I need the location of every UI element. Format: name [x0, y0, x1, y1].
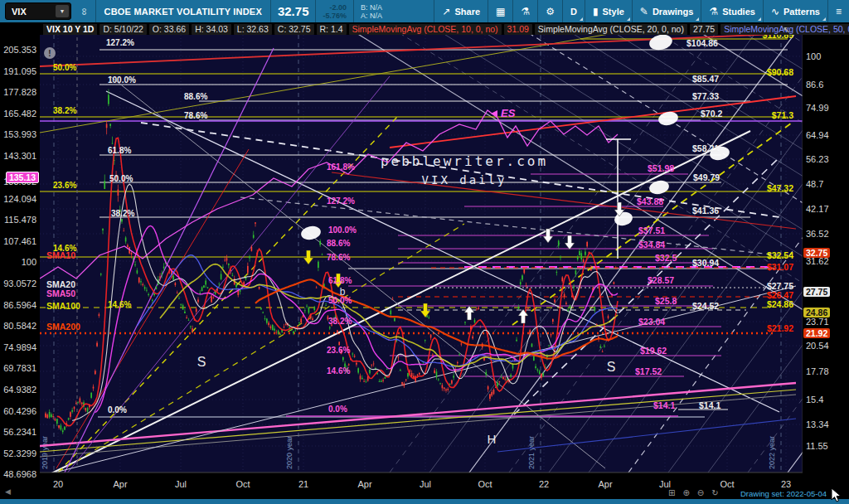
price-level-label[interactable]: $49.79	[693, 172, 720, 182]
price-level-label[interactable]: $14.1	[699, 400, 720, 410]
price-level-label[interactable]: $21.92	[767, 323, 793, 333]
price-level-label[interactable]: $26.47	[767, 290, 793, 300]
fib-label[interactable]: 14.6%	[327, 366, 350, 376]
fib-label[interactable]: 61.8%	[108, 146, 131, 155]
fib-label[interactable]: 88.6%	[327, 239, 350, 248]
candle	[272, 325, 274, 330]
drawing-set-selector[interactable]: Drawing set: 2022-05-04	[740, 489, 827, 498]
zoom-out-icon[interactable]: ⊖	[697, 488, 704, 497]
axis-price-bubble[interactable]: 32.75	[803, 248, 830, 258]
pan-icon[interactable]: ⊞	[668, 488, 675, 497]
quick-study-button[interactable]: ⚗	[513, 0, 537, 22]
price-level-label[interactable]: $32.54	[767, 250, 793, 260]
symbol-input[interactable]: VIX	[6, 7, 56, 17]
patterns-button[interactable]: ∿ Patterns	[764, 0, 827, 22]
price-level-label[interactable]: $51.98	[648, 163, 674, 173]
symbol-combo[interactable]: VIX ▼	[5, 2, 71, 20]
candle	[586, 242, 588, 246]
fib-label[interactable]: 161.8%	[327, 162, 355, 172]
price-level-label[interactable]: $31.07	[767, 262, 793, 272]
menu-button[interactable]: ≡	[828, 0, 849, 22]
price-level-label[interactable]: $24.52	[692, 301, 719, 311]
chart-canvas[interactable]: 2019 year2020 year2021 year2022 yearpebb…	[0, 0, 849, 504]
wave-letter[interactable]: H	[488, 432, 497, 446]
wave-letter[interactable]: S	[607, 360, 616, 374]
fib-label[interactable]: 38.2%	[328, 317, 352, 326]
price-level-label[interactable]: $41.36	[692, 206, 719, 216]
candle	[369, 370, 371, 373]
alert-price-bubble[interactable]: 135.13	[6, 172, 39, 183]
price-level-label[interactable]: $58.21	[692, 143, 719, 153]
fib-label[interactable]: 23.6%	[53, 181, 76, 190]
chart-settings-button[interactable]: ⚙	[538, 0, 562, 22]
candle	[213, 298, 215, 298]
price-level-label[interactable]: $23.04	[638, 317, 665, 327]
price-level-label[interactable]: $32.5	[655, 253, 677, 263]
price-level-label[interactable]: $47.32	[767, 183, 793, 193]
crosshair-style-icon[interactable]: ↖	[783, 25, 790, 36]
axis-price-bubble[interactable]: 21.92	[803, 328, 830, 338]
flask-icon: ⚗	[521, 6, 530, 17]
right-price-axis[interactable]: 10086.674.9964.9456.2348.742.1736.5231.6…	[803, 22, 849, 489]
fib-label[interactable]: 61.8%	[328, 276, 352, 285]
price-level-label[interactable]: $71.3	[772, 110, 793, 120]
symbol-combo-caret-icon[interactable]: ▼	[56, 5, 69, 17]
axis-price-bubble[interactable]: 24.86	[803, 308, 830, 317]
fib-label[interactable]: 100.0%	[328, 225, 357, 235]
fib-label[interactable]: 127.2%	[327, 196, 355, 206]
price-level-label[interactable]: $28.57	[648, 275, 674, 285]
wave-letter[interactable]: S	[197, 355, 206, 369]
studies-button[interactable]: ⚗ Studies	[701, 0, 763, 22]
scroll-left-arrow[interactable]: ◀	[5, 487, 11, 496]
price-level-label[interactable]: $25.8	[655, 296, 677, 306]
drawings-button[interactable]: ✎ Drawings	[633, 0, 701, 22]
candle	[505, 379, 507, 380]
axis-price-bubble[interactable]: 27.75	[803, 287, 830, 297]
fib-label[interactable]: 14.6%	[108, 300, 131, 309]
fib-label[interactable]: 50.0%	[53, 63, 76, 72]
toolbar-right-group: ↗ Share ▦ ⚗ ⚙ D ▮ Style ✎ Drawings	[434, 0, 849, 22]
candle	[219, 284, 221, 284]
price-level-label[interactable]: $77.33	[692, 91, 719, 101]
candle	[522, 275, 523, 279]
fib-label[interactable]: 78.6%	[327, 253, 350, 262]
price-level-label[interactable]: $104.86	[686, 38, 718, 48]
fib-label[interactable]: 88.6%	[184, 92, 207, 101]
price-level-label[interactable]: $43.88	[637, 196, 663, 206]
share-button[interactable]: ↗ Share	[434, 0, 488, 22]
candle	[401, 382, 403, 385]
fib-label[interactable]: 23.6%	[327, 346, 350, 355]
price-level-label[interactable]: $37.51	[638, 225, 665, 235]
price-level-label[interactable]: $90.68	[767, 67, 793, 77]
calendar-events-button[interactable]: ▦	[488, 0, 512, 22]
price-level-label[interactable]: $19.62	[640, 346, 667, 356]
candle	[61, 425, 62, 429]
fib-label[interactable]: 0.0%	[108, 405, 127, 414]
fib-label[interactable]: 127.2%	[106, 38, 134, 47]
wave-letter[interactable]: b	[340, 286, 346, 298]
calendar-icon: ▦	[496, 6, 505, 17]
link-channel-icon[interactable]: ∞	[79, 7, 90, 15]
fib-label[interactable]: 50.0%	[109, 174, 133, 183]
es-label: ES	[501, 107, 516, 119]
price-level-label[interactable]: $85.47	[692, 74, 719, 84]
price-level-label[interactable]: $70.2	[701, 109, 722, 119]
fib-label[interactable]: 38.2%	[111, 209, 134, 218]
left-price-axis[interactable]: 205.353191.095177.828165.482153.993143.3…	[0, 22, 40, 489]
price-level-label[interactable]: $14.1	[653, 400, 675, 410]
fib-label[interactable]: 38.2%	[53, 106, 76, 115]
fib-label[interactable]: 78.6%	[184, 111, 207, 120]
price-level-label[interactable]: $24.86	[767, 299, 793, 309]
price-level-label[interactable]: $17.52	[635, 366, 662, 376]
price-level-label[interactable]: $30.94	[692, 258, 719, 268]
price-level-label[interactable]: $34.84	[638, 240, 665, 250]
reset-zoom-icon[interactable]: ↻	[711, 488, 718, 497]
zoom-in-icon[interactable]: ⊕	[682, 488, 689, 497]
fib-label[interactable]: 0.0%	[328, 405, 347, 414]
style-button[interactable]: ▮ Style	[585, 0, 632, 22]
candle	[90, 393, 92, 398]
candle	[47, 414, 49, 418]
timeframe-button[interactable]: D	[563, 0, 585, 22]
candle	[152, 300, 153, 301]
fib-label[interactable]: 100.0%	[108, 75, 136, 85]
